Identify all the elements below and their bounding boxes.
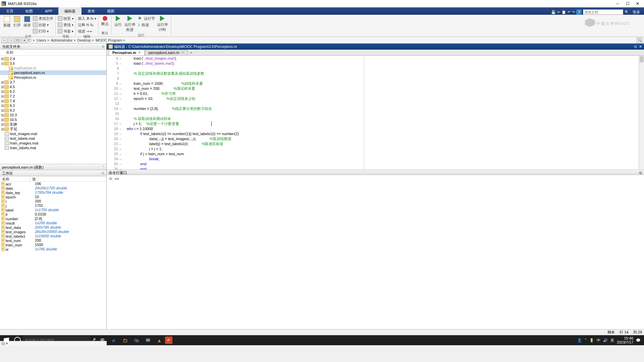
workspace-var-row[interactable]: i200 (0, 199, 106, 203)
file-row[interactable]: train_images.mat (0, 141, 106, 145)
folder-row[interactable]: ⊞4.5 (0, 84, 106, 89)
comment-button[interactable]: 注释 % ‰ (78, 22, 96, 28)
tab-plots[interactable]: 绘图 (19, 7, 39, 15)
quickaccess-undo-icon[interactable]: ↶ (568, 10, 571, 14)
workspace-var-row[interactable]: train_num1500 (0, 243, 106, 247)
panel-menu-icon[interactable]: ⊙ (102, 170, 104, 176)
command-window[interactable]: fx >> (107, 175, 644, 329)
matlab-taskbar-icon[interactable]: ▲ (154, 335, 165, 345)
workspace-var-row[interactable]: lr0.0100 (0, 212, 106, 217)
save-button[interactable]: 保存 (23, 15, 32, 34)
file-row[interactable]: train_labels.mat (0, 145, 106, 150)
findfiles-button[interactable]: 查找文件 (33, 15, 53, 21)
ws-col-name[interactable]: 名称 (0, 176, 30, 181)
quickaccess-cut-icon[interactable]: ✂ (557, 10, 560, 14)
tab-home[interactable]: 主页 (0, 7, 19, 15)
file-details-title[interactable]: perceptionLearn.m (函数)˄ (0, 164, 106, 170)
advance-button[interactable]: ⇓前进 (138, 22, 155, 28)
editor-tab-perceptron[interactable]: Perceptron.m✕ (109, 50, 145, 55)
workspace-var-row[interactable]: result1x200 double (0, 221, 106, 225)
edge-icon[interactable]: e (108, 335, 119, 345)
editor-close-icon[interactable]: ✕ (639, 45, 642, 49)
ws-col-value[interactable]: 值 (30, 176, 38, 181)
workspace-var-row[interactable]: test_num200 (0, 238, 106, 243)
workspace-var-row[interactable]: test_labels11x10000 double (0, 234, 106, 238)
help-icon[interactable]: ? (576, 9, 582, 15)
tab-close-icon[interactable]: ✕ (181, 51, 184, 54)
panel-menu-icon[interactable]: ⊙ (102, 44, 104, 50)
bookmark-button[interactable]: 书签 ▾ (58, 28, 73, 34)
editor-tab-perceptionlearn[interactable]: perceptionLearn.m✕ (145, 50, 188, 55)
editor-new-tab[interactable]: + (188, 50, 194, 55)
workspace-var-row[interactable]: test_images28x28x10000 double (0, 230, 106, 234)
powerpoint-icon[interactable]: P (165, 337, 172, 344)
workspace-var-row[interactable]: label1x1700 double (0, 208, 106, 212)
file-row[interactable]: test_labels.mat (0, 136, 106, 141)
login-button[interactable]: 登录 (631, 10, 642, 15)
tray-up-icon[interactable]: ˄ (585, 338, 587, 343)
tab-view[interactable]: 视图 (101, 7, 120, 15)
quickaccess-redo-icon[interactable]: ↷ (572, 10, 575, 14)
minimize-button[interactable]: ─ (612, 1, 623, 6)
close-button[interactable]: ✕ (633, 1, 643, 6)
maximize-button[interactable]: ☐ (623, 1, 633, 6)
open-button[interactable]: 打开 (13, 15, 21, 34)
folder-row[interactable]: ⊞7.4 (0, 99, 106, 103)
explorer-icon[interactable]: 🗀 (119, 335, 131, 345)
tray-notification-icon[interactable]: 💬 (636, 338, 641, 343)
folder-row[interactable]: ⊞9.2 (0, 108, 106, 113)
find-button[interactable]: 查找 ▾ (58, 22, 73, 28)
folder-row[interactable]: ⊞6.2 (0, 89, 106, 94)
tray-clock[interactable]: 15:462019/7/17 (617, 336, 633, 344)
path-search-button[interactable]: 🔍 (637, 38, 643, 43)
folder-row[interactable]: ⊟3.5 (0, 61, 106, 66)
workspace-var-row[interactable]: data_tep1700x784 double (0, 190, 106, 195)
tray-ime1[interactable]: 中 (597, 338, 600, 343)
workspace-var-row[interactable]: acc196 (0, 182, 106, 186)
folder-row[interactable]: ⊞7.2 (0, 94, 106, 99)
tray-ime2[interactable]: 英 (610, 338, 614, 343)
indent-button[interactable]: 缩进 ⇥ ⇤ (78, 28, 96, 34)
workspace-var-row[interactable]: test_data200x785 double (0, 225, 106, 230)
workspace-var-row[interactable]: j1701 (0, 203, 106, 208)
run-time-button[interactable]: 运行并 计时 (156, 15, 169, 33)
folder-row[interactable]: ⊞手写 (0, 127, 106, 131)
mail-icon[interactable]: ✉ (142, 335, 154, 345)
editor-max-icon[interactable]: ⊙ (634, 45, 637, 49)
editor-body[interactable]: 4–5–6 7 8 9– 10–11–12– 13 14–15 16 17–18… (107, 56, 644, 170)
tab-close-icon[interactable]: ✕ (138, 51, 141, 54)
tray-battery-icon[interactable]: 🔋 (589, 338, 594, 343)
folder-row[interactable]: ⊞10.5 (0, 117, 106, 122)
folder-row[interactable]: ⊞8.2 (0, 103, 106, 108)
tab-apps[interactable]: APP (39, 7, 58, 15)
workspace-var-row[interactable]: epoch10 (0, 195, 106, 199)
crumb-mooc[interactable]: MOOC Program (96, 38, 122, 42)
code-area[interactable]: load ('../test_images.mat'); load ('../t… (123, 56, 364, 170)
file-row[interactable]: test_images.mat (0, 131, 106, 136)
tab-publish[interactable]: 发布 (82, 7, 101, 15)
file-row[interactable]: mat2vector.m (0, 66, 106, 70)
folder-row[interactable]: ⊞2.4 (0, 56, 106, 61)
goto-button[interactable]: 转至 ▾ (58, 15, 73, 21)
panel-menu-icon[interactable]: ⊙ (639, 170, 642, 175)
file-row-selected[interactable]: perceptionLearn.m (0, 70, 106, 75)
file-row[interactable]: Perceptron.m (0, 75, 106, 80)
tray-people-icon[interactable]: 👤 (577, 338, 582, 343)
workspace-var-row[interactable]: number[2,8] (0, 217, 106, 221)
tray-volume-icon[interactable]: 🔊 (603, 338, 608, 343)
quickaccess-save-icon[interactable]: 💾 (551, 10, 556, 14)
new-button[interactable]: 新建 (3, 15, 11, 34)
run-section-button[interactable]: 运行节 (138, 15, 155, 21)
run-button[interactable]: 运行 (114, 15, 122, 33)
insert-button[interactable]: 插入 🖹 fx ▾ (78, 15, 96, 21)
folder-row[interactable]: ⊞3.7 (0, 80, 106, 84)
print-button[interactable]: 打印 ▾ (33, 28, 53, 34)
tab-editor[interactable]: 编辑器 (58, 7, 82, 15)
editor-scrollbar[interactable] (639, 56, 644, 170)
store-icon[interactable]: 🛍 (131, 335, 142, 345)
breakpoint-button[interactable]: 断点 (101, 15, 109, 27)
run-advance-button[interactable]: 运行并 前进 (124, 15, 136, 33)
doc-search-input[interactable] (583, 9, 623, 15)
folder-row[interactable]: ⊞10.3 (0, 113, 106, 117)
folder-row[interactable]: ⊞车牌 (0, 122, 106, 127)
